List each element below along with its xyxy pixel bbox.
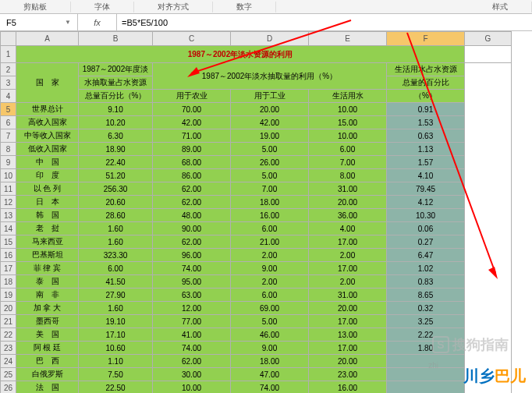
cell[interactable]: 71.00 — [153, 129, 231, 143]
col-A[interactable]: A — [16, 32, 79, 46]
cell[interactable]: 10.00 — [309, 103, 387, 116]
cell[interactable]: 日 本 — [16, 196, 79, 209]
cell[interactable]: 18.00 — [231, 196, 309, 209]
cell[interactable]: 0.63 — [387, 129, 465, 143]
ribbon-number[interactable]: 数字 — [213, 2, 276, 12]
cell[interactable]: 美 国 — [16, 328, 79, 342]
cell[interactable]: 28.60 — [79, 209, 153, 222]
cell[interactable]: 2.00 — [231, 275, 309, 289]
col-G[interactable]: G — [465, 32, 512, 46]
col-D[interactable]: D — [231, 32, 309, 46]
row-12[interactable]: 12 — [1, 196, 16, 209]
cell[interactable]: 20.00 — [309, 302, 387, 315]
cell[interactable]: 白俄罗斯 — [16, 368, 79, 381]
cell[interactable]: 79.45 — [387, 182, 465, 196]
cell[interactable]: 法 国 — [16, 381, 79, 394]
cell[interactable]: 18.90 — [79, 143, 153, 156]
row-23[interactable]: 23 — [1, 342, 16, 355]
cell[interactable]: 1.60 — [79, 235, 153, 249]
ribbon-align[interactable]: 对齐方式 — [134, 2, 213, 12]
cell[interactable]: 10.20 — [79, 116, 153, 129]
col-B[interactable]: B — [79, 32, 153, 46]
cell[interactable]: 17.00 — [309, 342, 387, 355]
cell[interactable]: 高收入国家 — [16, 116, 79, 129]
cell[interactable]: 中等收入国家 — [16, 129, 79, 143]
cell[interactable]: 2.00 — [231, 249, 309, 262]
cell[interactable]: 323.30 — [79, 249, 153, 262]
name-box[interactable]: F5 ▼ — [0, 14, 78, 30]
row-1[interactable]: 1 — [1, 46, 16, 63]
row-2[interactable]: 2 — [1, 63, 16, 76]
cell[interactable]: 41.00 — [153, 328, 231, 342]
cell[interactable]: 1.60 — [79, 222, 153, 235]
row-9[interactable]: 9 — [1, 156, 16, 169]
cell[interactable]: 86.00 — [153, 169, 231, 182]
row-19[interactable]: 19 — [1, 289, 16, 302]
cell[interactable]: 6.00 — [79, 262, 153, 275]
row-24[interactable]: 24 — [1, 355, 16, 368]
cell[interactable]: 4.10 — [387, 169, 465, 182]
cell[interactable]: 19.10 — [79, 315, 153, 328]
cell[interactable]: 27.90 — [79, 289, 153, 302]
cell[interactable]: 95.00 — [153, 275, 231, 289]
cell[interactable]: 5.00 — [231, 315, 309, 328]
ribbon-clipboard[interactable]: 剪贴板 — [0, 2, 71, 12]
cell[interactable]: 0.06 — [387, 222, 465, 235]
cell[interactable]: 10.30 — [387, 209, 465, 222]
cell[interactable]: 印 度 — [16, 169, 79, 182]
row-21[interactable]: 21 — [1, 315, 16, 328]
row-10[interactable]: 10 — [1, 169, 16, 182]
cell-G1[interactable] — [465, 46, 512, 63]
cell[interactable]: 4.00 — [309, 222, 387, 235]
cell[interactable]: 以 色 列 — [16, 182, 79, 196]
cell[interactable]: 69.00 — [231, 302, 309, 315]
cell[interactable]: 巴基斯坦 — [16, 249, 79, 262]
cell[interactable]: 6.47 — [387, 249, 465, 262]
row-11[interactable]: 11 — [1, 182, 16, 196]
cell[interactable]: 韩 国 — [16, 209, 79, 222]
select-all[interactable] — [1, 32, 16, 46]
cell[interactable]: 21.00 — [231, 235, 309, 249]
cell[interactable]: 墨西哥 — [16, 315, 79, 328]
cell[interactable]: 世界总计 — [16, 103, 79, 116]
cell[interactable]: 12.00 — [153, 302, 231, 315]
cell[interactable]: 9.10 — [79, 103, 153, 116]
cell[interactable]: 70.00 — [153, 103, 231, 116]
cell[interactable]: 菲 律 宾 — [16, 262, 79, 275]
cell[interactable]: 17.00 — [309, 262, 387, 275]
cell[interactable]: 1.02 — [387, 262, 465, 275]
col-C[interactable]: C — [153, 32, 231, 46]
row-6[interactable]: 6 — [1, 116, 16, 129]
cell[interactable]: 74.00 — [153, 342, 231, 355]
cell[interactable]: 17.00 — [309, 315, 387, 328]
cell[interactable]: 20.60 — [79, 196, 153, 209]
cell[interactable]: 17.10 — [79, 328, 153, 342]
cell[interactable]: 2.00 — [309, 249, 387, 262]
cell[interactable]: 低收入国家 — [16, 143, 79, 156]
cell[interactable]: 31.00 — [309, 182, 387, 196]
cell[interactable] — [387, 381, 465, 394]
cell[interactable] — [387, 355, 465, 368]
cell[interactable]: 0.27 — [387, 235, 465, 249]
row-22[interactable]: 22 — [1, 328, 16, 342]
cell[interactable]: 10.00 — [153, 381, 231, 394]
cell[interactable]: 62.00 — [153, 235, 231, 249]
cell[interactable]: 中 国 — [16, 156, 79, 169]
cell[interactable]: 1.10 — [79, 355, 153, 368]
cell[interactable]: 18.00 — [231, 355, 309, 368]
cell[interactable]: 68.00 — [153, 156, 231, 169]
ribbon-font[interactable]: 字体 — [71, 2, 134, 12]
cell[interactable]: 42.00 — [231, 116, 309, 129]
row-7[interactable]: 7 — [1, 129, 16, 143]
cell[interactable]: 16.00 — [231, 209, 309, 222]
cell[interactable]: 老 挝 — [16, 222, 79, 235]
cell[interactable]: 泰 国 — [16, 275, 79, 289]
cell[interactable]: 74.00 — [153, 262, 231, 275]
cell[interactable]: 22.40 — [79, 156, 153, 169]
cell[interactable]: 1.13 — [387, 143, 465, 156]
cell[interactable]: 89.00 — [153, 143, 231, 156]
cell[interactable]: 0.32 — [387, 302, 465, 315]
cell[interactable]: 96.00 — [153, 249, 231, 262]
cell[interactable] — [387, 368, 465, 381]
cell[interactable]: 90.00 — [153, 222, 231, 235]
